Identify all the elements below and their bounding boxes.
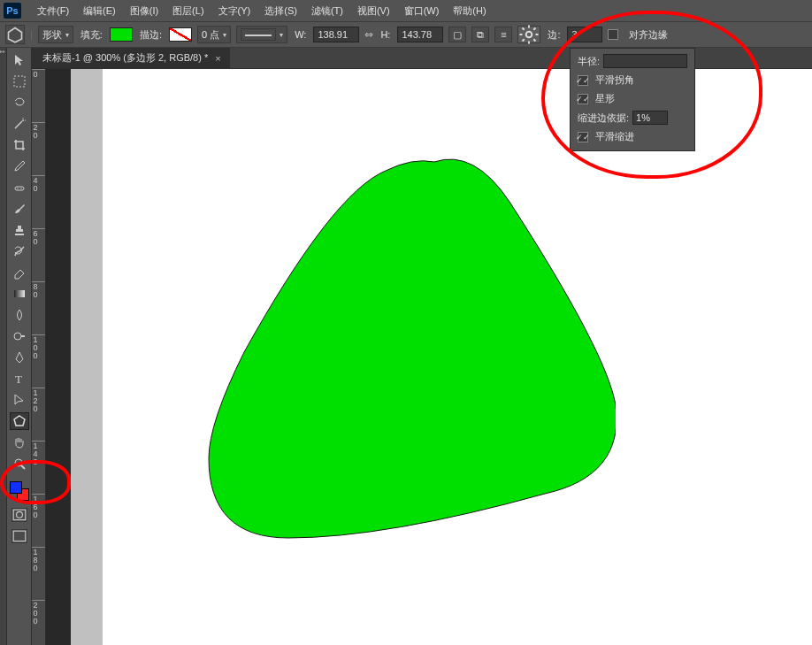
smooth-corners-label: 平滑拐角: [595, 73, 634, 87]
tool-history-brush[interactable]: [10, 242, 29, 260]
smooth-indent-label: 平滑缩进: [595, 130, 634, 143]
svg-point-16: [17, 188, 18, 188]
svg-line-6: [523, 28, 525, 30]
tool-dodge[interactable]: [10, 327, 29, 345]
menu-select[interactable]: 选择(S): [257, 1, 304, 21]
chevron-down-icon: ▾: [223, 31, 226, 39]
menu-window[interactable]: 窗口(W): [397, 1, 447, 21]
foreground-color-swatch[interactable]: [10, 481, 22, 494]
svg-text:T: T: [15, 372, 22, 386]
tool-preset-icon[interactable]: [5, 25, 25, 44]
tool-magic-wand[interactable]: [10, 115, 29, 133]
star-checkbox[interactable]: ✓: [578, 94, 588, 104]
sides-field[interactable]: [567, 27, 602, 42]
svg-point-26: [16, 512, 22, 518]
radius-input[interactable]: [603, 54, 687, 68]
screenmode-toggle[interactable]: [11, 529, 27, 543]
tool-crop[interactable]: [10, 136, 29, 154]
sides-label: 边:: [546, 28, 562, 42]
svg-point-12: [22, 119, 24, 121]
chevron-down-icon: ▾: [280, 31, 283, 39]
options-bar: | 形状 ▾ 填充: 描边: 0 点 ▾ ▾ W: ⇔ H: ▢ ⧉ ≡ 边: …: [0, 21, 812, 48]
polygon-shape[interactable]: [156, 122, 616, 582]
canvas[interactable]: [103, 69, 812, 645]
width-field[interactable]: [313, 27, 359, 42]
ruler-vertical[interactable]: 0 20 40 60 80 100 120 140 160 180 200: [32, 69, 46, 645]
close-icon[interactable]: ×: [215, 53, 220, 64]
svg-rect-27: [13, 531, 26, 541]
svg-point-23: [15, 459, 22, 466]
tool-pen[interactable]: [10, 349, 29, 366]
polygon-options-gear-icon[interactable]: [517, 26, 540, 43]
color-swatches[interactable]: [10, 481, 29, 501]
path-combine-icon[interactable]: ▢: [448, 27, 466, 42]
tool-blur[interactable]: [10, 306, 29, 324]
stroke-swatch[interactable]: [169, 27, 192, 42]
svg-rect-10: [14, 76, 25, 87]
menu-image[interactable]: 图像(I): [123, 1, 165, 21]
collapsed-panel-strip[interactable]: [0, 48, 7, 645]
tool-marquee[interactable]: [10, 73, 29, 90]
height-field[interactable]: [397, 27, 443, 42]
svg-rect-15: [15, 187, 24, 190]
tool-zoom[interactable]: [10, 455, 29, 472]
quickmask-toggle[interactable]: [11, 508, 27, 522]
svg-marker-22: [14, 416, 25, 426]
tool-stamp[interactable]: [10, 221, 29, 239]
shape-mode-label: 形状: [42, 28, 62, 42]
link-wh-icon[interactable]: ⇔: [364, 28, 373, 41]
chevron-down-icon: ▾: [65, 31, 69, 39]
radius-label: 半径:: [578, 55, 600, 68]
menu-help[interactable]: 帮助(H): [446, 1, 493, 21]
align-edges-checkbox[interactable]: [608, 29, 618, 40]
tool-move[interactable]: [10, 51, 29, 69]
menu-layer[interactable]: 图层(L): [165, 1, 211, 21]
path-align-icon[interactable]: ⧉: [471, 27, 489, 42]
indent-label: 缩进边依据:: [578, 111, 629, 125]
document-tab-title: 未标题-1 @ 300% (多边形 2, RGB/8) *: [42, 51, 208, 65]
stroke-label: 描边:: [138, 28, 164, 42]
menu-view[interactable]: 视图(V): [350, 1, 397, 21]
smooth-indent-checkbox[interactable]: ✓: [578, 132, 588, 142]
menu-bar: Ps 文件(F) 编辑(E) 图像(I) 图层(L) 文字(Y) 选择(S) 滤…: [0, 0, 812, 21]
fill-swatch[interactable]: [110, 27, 133, 42]
svg-line-7: [534, 39, 536, 41]
menu-filter[interactable]: 滤镜(T): [304, 1, 350, 21]
canvas-viewport[interactable]: [46, 69, 812, 645]
menu-file[interactable]: 文件(F): [30, 1, 76, 21]
tool-path-select[interactable]: [10, 391, 29, 409]
menu-type[interactable]: 文字(Y): [211, 1, 258, 21]
path-arrange-icon[interactable]: ≡: [494, 27, 512, 42]
document-tab[interactable]: 未标题-1 @ 300% (多边形 2, RGB/8) * ×: [32, 48, 230, 68]
tool-hand[interactable]: [10, 434, 29, 451]
svg-rect-25: [13, 510, 26, 519]
tool-eraser[interactable]: [10, 264, 29, 281]
tool-type[interactable]: T: [10, 370, 29, 388]
tool-lasso[interactable]: [10, 94, 29, 111]
polygon-options-popup: 半径: ✓ 平滑拐角 ✓ 星形 缩进边依据: ✓ 平滑缩进: [570, 48, 695, 151]
smooth-corners-checkbox[interactable]: ✓: [578, 75, 588, 86]
stroke-style-preview: [241, 28, 276, 41]
toolbox: T: [7, 48, 32, 645]
shape-mode-dropdown[interactable]: 形状 ▾: [38, 26, 73, 43]
indent-input[interactable]: [632, 111, 668, 125]
svg-point-17: [20, 188, 21, 188]
tool-brush[interactable]: [10, 200, 29, 218]
tool-polygon[interactable]: [10, 412, 29, 430]
stroke-width-dropdown[interactable]: 0 点 ▾: [197, 26, 231, 43]
star-label: 星形: [595, 92, 615, 105]
width-label: W:: [293, 29, 308, 40]
svg-line-8: [523, 39, 525, 41]
tool-gradient[interactable]: [10, 285, 29, 303]
tool-healing[interactable]: [10, 179, 29, 196]
app-logo: Ps: [4, 3, 21, 19]
stroke-width-value: 0 点: [202, 28, 219, 42]
svg-line-24: [21, 465, 25, 469]
svg-point-19: [14, 333, 21, 340]
stroke-style-dropdown[interactable]: ▾: [236, 26, 287, 43]
svg-line-9: [534, 28, 536, 30]
menu-edit[interactable]: 编辑(E): [76, 1, 123, 21]
align-edges-label: 对齐边缘: [627, 28, 670, 42]
pasteboard: [71, 69, 103, 645]
tool-eyedropper[interactable]: [10, 157, 29, 175]
